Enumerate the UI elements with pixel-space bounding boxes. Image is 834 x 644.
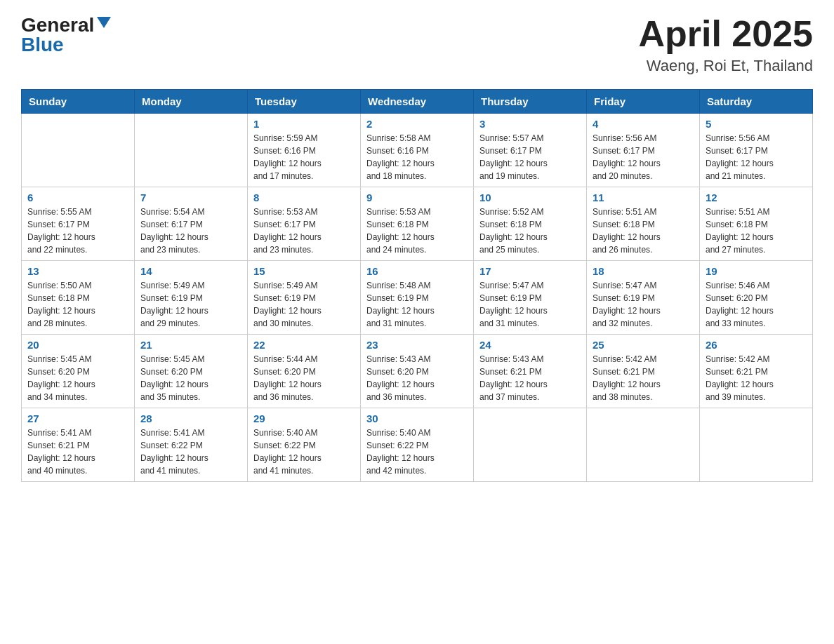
day-info: Sunrise: 5:56 AMSunset: 6:17 PMDaylight:… (706, 132, 807, 182)
month-title: April 2025 (638, 14, 813, 54)
calendar-day-header: Monday (135, 90, 248, 114)
day-info: Sunrise: 5:49 AMSunset: 6:19 PMDaylight:… (253, 279, 355, 330)
day-number: 8 (253, 192, 355, 203)
calendar-cell: 17Sunrise: 5:47 AMSunset: 6:19 PMDayligh… (474, 261, 587, 335)
logo-blue: Blue (21, 34, 64, 56)
day-info: Sunrise: 5:53 AMSunset: 6:18 PMDaylight:… (366, 206, 468, 256)
calendar-day-header: Wednesday (361, 90, 474, 114)
day-info: Sunrise: 5:57 AMSunset: 6:17 PMDaylight:… (479, 132, 581, 182)
calendar-cell: 7Sunrise: 5:54 AMSunset: 6:17 PMDaylight… (135, 187, 248, 261)
calendar-cell: 30Sunrise: 5:40 AMSunset: 6:22 PMDayligh… (361, 408, 474, 482)
day-info: Sunrise: 5:55 AMSunset: 6:17 PMDaylight:… (27, 206, 128, 256)
calendar-cell: 4Sunrise: 5:56 AMSunset: 6:17 PMDaylight… (587, 114, 700, 187)
day-number: 25 (593, 339, 694, 351)
day-number: 22 (253, 339, 355, 351)
day-number: 10 (479, 192, 581, 203)
calendar-cell (587, 408, 700, 482)
calendar-cell: 12Sunrise: 5:51 AMSunset: 6:18 PMDayligh… (700, 187, 813, 261)
calendar-week-row: 1Sunrise: 5:59 AMSunset: 6:16 PMDaylight… (22, 114, 813, 187)
day-number: 21 (140, 339, 241, 351)
day-number: 6 (27, 192, 128, 203)
calendar-cell (22, 114, 135, 187)
day-number: 27 (27, 412, 128, 424)
title-section: April 2025 Waeng, Roi Et, Thailand (638, 14, 813, 75)
day-info: Sunrise: 5:46 AMSunset: 6:20 PMDaylight:… (706, 279, 807, 330)
calendar-table: SundayMondayTuesdayWednesdayThursdayFrid… (21, 89, 813, 482)
day-number: 2 (366, 118, 468, 130)
day-number: 11 (593, 192, 694, 203)
day-info: Sunrise: 5:53 AMSunset: 6:17 PMDaylight:… (253, 206, 355, 256)
calendar-cell: 9Sunrise: 5:53 AMSunset: 6:18 PMDaylight… (361, 187, 474, 261)
day-info: Sunrise: 5:50 AMSunset: 6:18 PMDaylight:… (27, 279, 128, 330)
day-info: Sunrise: 5:42 AMSunset: 6:21 PMDaylight:… (593, 353, 694, 403)
calendar-cell: 2Sunrise: 5:58 AMSunset: 6:16 PMDaylight… (361, 114, 474, 187)
day-info: Sunrise: 5:51 AMSunset: 6:18 PMDaylight:… (593, 206, 694, 256)
day-number: 1 (253, 118, 355, 130)
day-number: 4 (593, 118, 694, 130)
calendar-cell: 23Sunrise: 5:43 AMSunset: 6:20 PMDayligh… (361, 335, 474, 408)
day-info: Sunrise: 5:40 AMSunset: 6:22 PMDaylight:… (253, 427, 355, 477)
day-number: 26 (706, 339, 807, 351)
day-number: 5 (706, 118, 807, 130)
day-info: Sunrise: 5:40 AMSunset: 6:22 PMDaylight:… (366, 427, 468, 477)
calendar-cell: 6Sunrise: 5:55 AMSunset: 6:17 PMDaylight… (22, 187, 135, 261)
calendar-cell: 16Sunrise: 5:48 AMSunset: 6:19 PMDayligh… (361, 261, 474, 335)
day-info: Sunrise: 5:44 AMSunset: 6:20 PMDaylight:… (253, 353, 355, 403)
calendar-cell: 19Sunrise: 5:46 AMSunset: 6:20 PMDayligh… (700, 261, 813, 335)
calendar-cell: 27Sunrise: 5:41 AMSunset: 6:21 PMDayligh… (22, 408, 135, 482)
calendar-cell: 11Sunrise: 5:51 AMSunset: 6:18 PMDayligh… (587, 187, 700, 261)
day-number: 24 (479, 339, 581, 351)
day-number: 13 (27, 265, 128, 277)
day-info: Sunrise: 5:59 AMSunset: 6:16 PMDaylight:… (253, 132, 355, 182)
day-info: Sunrise: 5:49 AMSunset: 6:19 PMDaylight:… (140, 279, 241, 330)
day-number: 12 (706, 192, 807, 203)
day-info: Sunrise: 5:41 AMSunset: 6:21 PMDaylight:… (27, 427, 128, 477)
page-header: General Blue April 2025 Waeng, Roi Et, T… (21, 14, 813, 75)
calendar-cell: 25Sunrise: 5:42 AMSunset: 6:21 PMDayligh… (587, 335, 700, 408)
day-info: Sunrise: 5:42 AMSunset: 6:21 PMDaylight:… (706, 353, 807, 403)
calendar-day-header: Friday (587, 90, 700, 114)
day-info: Sunrise: 5:52 AMSunset: 6:18 PMDaylight:… (479, 206, 581, 256)
day-number: 15 (253, 265, 355, 277)
day-number: 16 (366, 265, 468, 277)
calendar-cell: 28Sunrise: 5:41 AMSunset: 6:22 PMDayligh… (135, 408, 248, 482)
logo-triangle-icon (97, 17, 111, 28)
day-info: Sunrise: 5:47 AMSunset: 6:19 PMDaylight:… (479, 279, 581, 330)
day-number: 28 (140, 412, 241, 424)
calendar-week-row: 20Sunrise: 5:45 AMSunset: 6:20 PMDayligh… (22, 335, 813, 408)
location-subtitle: Waeng, Roi Et, Thailand (638, 57, 813, 75)
calendar-cell: 15Sunrise: 5:49 AMSunset: 6:19 PMDayligh… (248, 261, 361, 335)
calendar-day-header: Sunday (22, 90, 135, 114)
day-number: 23 (366, 339, 468, 351)
day-number: 9 (366, 192, 468, 203)
calendar-cell: 29Sunrise: 5:40 AMSunset: 6:22 PMDayligh… (248, 408, 361, 482)
calendar-cell: 21Sunrise: 5:45 AMSunset: 6:20 PMDayligh… (135, 335, 248, 408)
day-number: 19 (706, 265, 807, 277)
calendar-cell (135, 114, 248, 187)
day-info: Sunrise: 5:47 AMSunset: 6:19 PMDaylight:… (593, 279, 694, 330)
calendar-cell: 22Sunrise: 5:44 AMSunset: 6:20 PMDayligh… (248, 335, 361, 408)
logo: General Blue (21, 14, 111, 56)
day-number: 20 (27, 339, 128, 351)
day-number: 18 (593, 265, 694, 277)
day-info: Sunrise: 5:45 AMSunset: 6:20 PMDaylight:… (27, 353, 128, 403)
day-number: 3 (479, 118, 581, 130)
day-info: Sunrise: 5:43 AMSunset: 6:21 PMDaylight:… (479, 353, 581, 403)
calendar-cell: 1Sunrise: 5:59 AMSunset: 6:16 PMDaylight… (248, 114, 361, 187)
calendar-cell: 14Sunrise: 5:49 AMSunset: 6:19 PMDayligh… (135, 261, 248, 335)
calendar-day-header: Tuesday (248, 90, 361, 114)
day-info: Sunrise: 5:41 AMSunset: 6:22 PMDaylight:… (140, 427, 241, 477)
calendar-cell: 5Sunrise: 5:56 AMSunset: 6:17 PMDaylight… (700, 114, 813, 187)
calendar-cell: 18Sunrise: 5:47 AMSunset: 6:19 PMDayligh… (587, 261, 700, 335)
calendar-day-header: Saturday (700, 90, 813, 114)
calendar-cell: 10Sunrise: 5:52 AMSunset: 6:18 PMDayligh… (474, 187, 587, 261)
calendar-week-row: 13Sunrise: 5:50 AMSunset: 6:18 PMDayligh… (22, 261, 813, 335)
calendar-header-row: SundayMondayTuesdayWednesdayThursdayFrid… (22, 90, 813, 114)
day-info: Sunrise: 5:43 AMSunset: 6:20 PMDaylight:… (366, 353, 468, 403)
day-info: Sunrise: 5:56 AMSunset: 6:17 PMDaylight:… (593, 132, 694, 182)
calendar-cell: 20Sunrise: 5:45 AMSunset: 6:20 PMDayligh… (22, 335, 135, 408)
calendar-cell: 26Sunrise: 5:42 AMSunset: 6:21 PMDayligh… (700, 335, 813, 408)
day-info: Sunrise: 5:58 AMSunset: 6:16 PMDaylight:… (366, 132, 468, 182)
day-info: Sunrise: 5:54 AMSunset: 6:17 PMDaylight:… (140, 206, 241, 256)
calendar-cell: 8Sunrise: 5:53 AMSunset: 6:17 PMDaylight… (248, 187, 361, 261)
